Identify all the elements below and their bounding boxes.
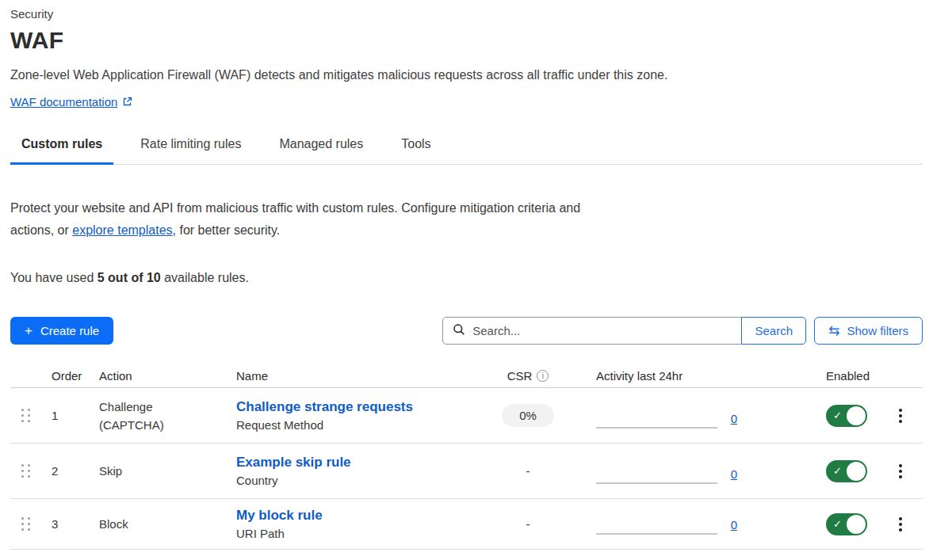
show-filters-button[interactable]: ⇆ Show filters <box>814 317 923 345</box>
search-group: Search ⇆ Show filters <box>442 317 923 345</box>
column-header-activity: Activity last 24hr <box>575 369 758 383</box>
rule-action: Challenge (CAPTCHA) <box>90 388 227 443</box>
csr-value: - <box>526 464 530 478</box>
activity-sparkline <box>596 482 717 484</box>
create-rule-label: Create rule <box>40 324 99 337</box>
enabled-toggle[interactable]: ✓ <box>826 405 867 427</box>
table-row: 2 Skip Example skip rule Country - 0 ✓ <box>10 444 923 499</box>
rule-expression: Request Method <box>236 418 323 432</box>
rule-name-link[interactable]: Example skip rule <box>236 455 351 470</box>
tab-rate-limiting-rules[interactable]: Rate limiting rules <box>129 135 252 164</box>
waf-documentation-link[interactable]: WAF documentation <box>10 95 117 109</box>
usage-prefix: You have used <box>10 271 98 284</box>
search-icon <box>453 323 465 339</box>
table-row: 3 Block My block rule URI Path - 0 ✓ <box>10 499 923 550</box>
rule-expression: Country <box>236 474 278 487</box>
toggle-knob <box>847 406 866 425</box>
drag-handle-icon[interactable] <box>18 406 34 425</box>
column-header-name: Name <box>227 369 480 383</box>
intro-text: Protect your website and API from malici… <box>10 197 597 242</box>
column-header-order: Order <box>42 369 90 383</box>
column-header-csr: CSR i <box>480 369 575 383</box>
info-icon[interactable]: i <box>537 370 549 382</box>
rule-name-link[interactable]: My block rule <box>236 508 323 524</box>
check-icon: ✓ <box>833 465 842 477</box>
toggle-knob <box>847 515 866 534</box>
usage-count: 5 out of 10 <box>98 271 161 284</box>
rule-order: 3 <box>42 499 90 549</box>
rules-table-body: 1 Challenge (CAPTCHA) Challenge strange … <box>10 388 923 550</box>
rule-action: Block <box>90 499 227 549</box>
kebab-menu-icon[interactable] <box>896 514 905 535</box>
rule-name-link[interactable]: Challenge strange requests <box>236 399 413 415</box>
page-description: Zone-level Web Application Firewall (WAF… <box>10 67 923 84</box>
show-filters-label: Show filters <box>847 324 908 337</box>
waf-page: Security WAF Zone-level Web Application … <box>0 0 933 560</box>
search-box <box>442 317 742 345</box>
drag-handle-icon[interactable] <box>18 514 34 534</box>
rule-expression: URI Path <box>236 527 285 540</box>
usage-summary: You have used 5 out of 10 available rule… <box>10 269 923 287</box>
table-row: 1 Challenge (CAPTCHA) Challenge strange … <box>10 388 923 444</box>
usage-suffix: available rules. <box>161 271 249 284</box>
csr-value: 0% <box>502 404 554 427</box>
explore-templates-link[interactable]: explore templates <box>72 223 172 237</box>
check-icon: ✓ <box>833 518 842 530</box>
intro-after: , for better security. <box>173 223 281 237</box>
activity-count-link[interactable]: 0 <box>731 467 737 481</box>
activity-count-link[interactable]: 0 <box>731 518 737 531</box>
external-link-icon <box>122 97 132 107</box>
rules-toolbar: + Create rule Search ⇆ Show filters <box>10 317 923 345</box>
tab-managed-rules[interactable]: Managed rules <box>268 135 374 164</box>
column-header-enabled: Enabled <box>758 369 885 383</box>
check-icon: ✓ <box>833 410 842 421</box>
rule-order: 2 <box>42 444 90 498</box>
rule-action: Skip <box>90 444 227 498</box>
tab-custom-rules[interactable]: Custom rules <box>10 135 113 164</box>
enabled-toggle[interactable]: ✓ <box>826 513 867 535</box>
waf-tabs: Custom rules Rate limiting rules Managed… <box>10 135 923 165</box>
drag-handle-icon[interactable] <box>18 461 34 481</box>
activity-sparkline <box>596 427 717 429</box>
page-title: WAF <box>10 25 923 56</box>
plus-icon: + <box>25 324 33 337</box>
toggle-knob <box>847 462 866 481</box>
activity-count-link[interactable]: 0 <box>731 412 737 425</box>
kebab-menu-icon[interactable] <box>896 461 905 482</box>
rule-order: 1 <box>42 388 90 443</box>
breadcrumb-security: Security <box>10 6 923 22</box>
tab-tools[interactable]: Tools <box>390 135 442 164</box>
enabled-toggle[interactable]: ✓ <box>826 460 867 482</box>
column-header-action: Action <box>90 369 227 383</box>
swap-arrows-icon: ⇆ <box>828 324 839 337</box>
create-rule-button[interactable]: + Create rule <box>10 317 113 345</box>
csr-value: - <box>526 517 530 531</box>
rules-table-header: Order Action Name CSR i Activity last 24… <box>10 364 923 388</box>
search-input[interactable] <box>472 324 733 337</box>
kebab-menu-icon[interactable] <box>896 406 905 426</box>
csr-header-label: CSR <box>507 369 533 383</box>
activity-sparkline <box>596 533 717 535</box>
search-button[interactable]: Search <box>741 317 806 345</box>
